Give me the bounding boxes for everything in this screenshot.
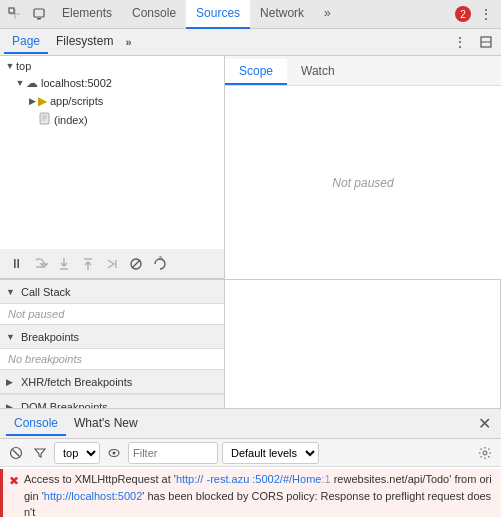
tree-label-localhost: localhost:5002 xyxy=(41,77,112,89)
debug-toolbar: ⏸ xyxy=(0,249,224,279)
tree-arrow-appscripts: ▶ xyxy=(26,96,38,106)
breakpoints-content: No breakpoints xyxy=(0,349,224,369)
file-tree: ▼ top ▼ ☁ localhost:5002 ▶ ▶ app/scripts xyxy=(0,56,224,249)
right-sections xyxy=(225,280,500,408)
sections-area: ▼ Call Stack Not paused ▼ Breakpoints No… xyxy=(0,280,501,408)
context-select[interactable]: top xyxy=(54,442,100,464)
tab-network[interactable]: Network xyxy=(250,0,314,29)
deactivate-btn[interactable] xyxy=(126,254,146,274)
tree-label-appscripts: app/scripts xyxy=(50,95,103,107)
subtab-filesystem[interactable]: Filesystem xyxy=(48,30,121,54)
top-bar-right: 2 ⋮ xyxy=(455,3,497,25)
origin-link-0[interactable]: http://localhost:5002 xyxy=(44,490,142,502)
tab-sources[interactable]: Sources xyxy=(186,0,250,29)
callstack-arrow: ▼ xyxy=(6,287,18,297)
filter-input[interactable] xyxy=(128,442,218,464)
callstack-text: Not paused xyxy=(8,308,64,320)
console-tab-bar: Console What's New ✕ xyxy=(0,409,501,439)
dom-label: DOM Breakpoints xyxy=(21,401,108,409)
error-badge: 2 xyxy=(455,6,471,22)
svg-line-18 xyxy=(13,449,20,456)
tree-label-index: (index) xyxy=(54,114,88,126)
tree-arrow-localhost: ▼ xyxy=(14,78,26,88)
subtab-more[interactable]: » xyxy=(121,34,135,50)
file-panel: ▼ top ▼ ☁ localhost:5002 ▶ ▶ app/scripts xyxy=(0,56,225,279)
msg-text-0: Access to XMLHttpRequest at 'http:// -re… xyxy=(24,471,495,517)
tab-console[interactable]: Console xyxy=(122,0,186,29)
cloud-icon: ☁ xyxy=(26,76,38,90)
scope-tab-watch[interactable]: Watch xyxy=(287,59,349,85)
eye-icon[interactable] xyxy=(104,443,124,463)
subtab-page[interactable]: Page xyxy=(4,30,48,54)
scope-tab-scope[interactable]: Scope xyxy=(225,59,287,85)
svg-rect-2 xyxy=(37,18,41,20)
console-area: Console What's New ✕ top Default l xyxy=(0,408,501,517)
not-paused-text: Not paused xyxy=(332,176,393,190)
dom-arrow: ▶ xyxy=(6,402,18,409)
console-tab-whatsnew[interactable]: What's New xyxy=(66,412,146,436)
svg-line-16 xyxy=(132,260,140,268)
main-tab-bar: Elements Console Sources Network » 2 ⋮ xyxy=(0,0,501,29)
breakpoints-section-header[interactable]: ▼ Breakpoints xyxy=(0,325,224,349)
filter-toggle-btn[interactable] xyxy=(30,443,50,463)
callstack-label: Call Stack xyxy=(21,286,71,298)
subtab-menu-icon[interactable]: ⋮ xyxy=(449,31,471,53)
device-icon[interactable] xyxy=(28,3,50,25)
step-over-btn[interactable] xyxy=(30,254,50,274)
more-options-icon[interactable]: ⋮ xyxy=(475,3,497,25)
main-content-area: ▼ top ▼ ☁ localhost:5002 ▶ ▶ app/scripts xyxy=(0,56,501,280)
clear-console-btn[interactable] xyxy=(6,443,26,463)
tree-item-appscripts[interactable]: ▶ ▶ app/scripts xyxy=(0,92,224,110)
breakpoints-arrow: ▼ xyxy=(6,332,18,342)
error-icon-0: ✖ xyxy=(9,472,19,490)
left-sections: ▼ Call Stack Not paused ▼ Breakpoints No… xyxy=(0,280,225,408)
levels-select[interactable]: Default levels xyxy=(222,442,319,464)
tree-item-index[interactable]: (index) xyxy=(0,110,224,129)
callstack-content: Not paused xyxy=(0,304,224,324)
svg-point-21 xyxy=(483,451,487,455)
file-icon xyxy=(38,112,51,127)
xhr-section-header[interactable]: ▶ XHR/fetch Breakpoints xyxy=(0,370,224,394)
svg-rect-1 xyxy=(34,9,44,17)
breakpoints-text: No breakpoints xyxy=(8,353,82,365)
svg-rect-5 xyxy=(40,113,49,124)
inspect-icon[interactable] xyxy=(4,3,26,25)
dom-section-header[interactable]: ▶ DOM Breakpoints xyxy=(0,395,224,408)
tree-label-top: top xyxy=(16,60,31,72)
console-messages: ✖ Access to XMLHttpRequest at 'http:// -… xyxy=(0,467,501,517)
svg-rect-0 xyxy=(9,8,14,13)
sync-icon[interactable] xyxy=(475,31,497,53)
console-settings-btn[interactable] xyxy=(475,443,495,463)
console-msg-0: ✖ Access to XMLHttpRequest at 'http:// -… xyxy=(0,469,501,517)
sub-tab-bar: Page Filesystem » ⋮ xyxy=(0,29,501,56)
step-into-btn[interactable] xyxy=(54,254,74,274)
step-cont-btn[interactable] xyxy=(102,254,122,274)
tab-elements[interactable]: Elements xyxy=(52,0,122,29)
url-link-0[interactable]: http:// -rest.azu :5002/#/Home xyxy=(176,473,322,485)
console-tab-console[interactable]: Console xyxy=(6,412,66,436)
tree-arrow-top: ▼ xyxy=(4,61,16,71)
right-panel: Scope Watch Not paused xyxy=(225,56,501,279)
async-btn[interactable] xyxy=(150,254,170,274)
svg-point-20 xyxy=(113,451,116,454)
console-toolbar: top Default levels xyxy=(0,439,501,467)
scope-content: Not paused xyxy=(225,86,501,279)
pause-resume-btn[interactable]: ⏸ xyxy=(6,254,26,274)
tab-more[interactable]: » xyxy=(314,0,341,29)
xhr-arrow: ▶ xyxy=(6,377,18,387)
callstack-section-header[interactable]: ▼ Call Stack xyxy=(0,280,224,304)
console-close-btn[interactable]: ✕ xyxy=(473,413,495,435)
tree-item-top[interactable]: ▼ top xyxy=(0,58,224,74)
step-out-btn[interactable] xyxy=(78,254,98,274)
tree-item-localhost[interactable]: ▼ ☁ localhost:5002 xyxy=(0,74,224,92)
scope-tab-bar: Scope Watch xyxy=(225,56,501,86)
xhr-label: XHR/fetch Breakpoints xyxy=(21,376,132,388)
folder-icon: ▶ xyxy=(38,94,47,108)
breakpoints-label: Breakpoints xyxy=(21,331,79,343)
